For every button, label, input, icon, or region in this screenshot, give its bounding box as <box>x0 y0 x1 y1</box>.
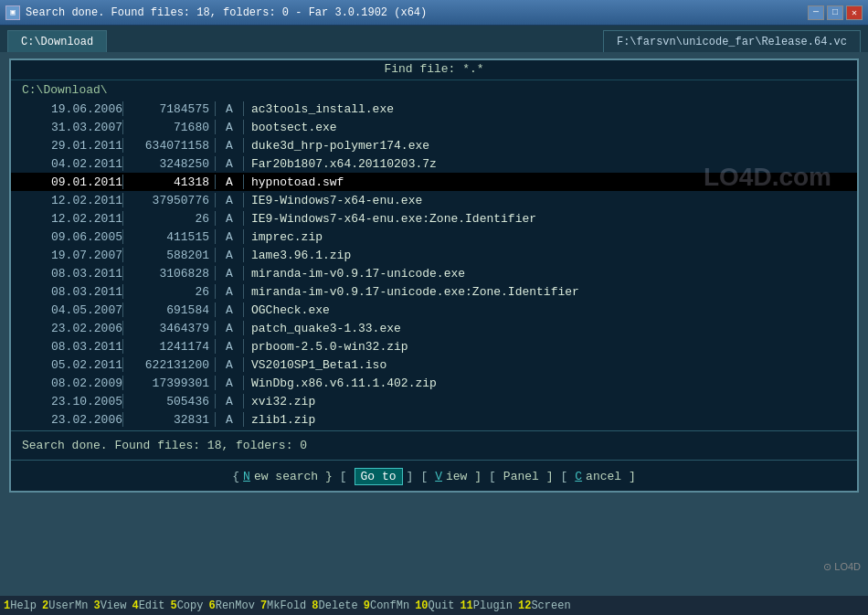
fkey-num: 7 <box>260 599 267 612</box>
file-name: VS2010SP1_Beta1.iso <box>244 358 846 372</box>
file-date: 23.10.2005 <box>22 395 122 408</box>
separator3: [ <box>420 470 428 483</box>
file-row[interactable]: 04.05.2007 691584 A OGCheck.exe <box>11 301 857 319</box>
file-date: 19.06.2006 <box>22 102 122 116</box>
fkey-5[interactable]: 5Copy <box>170 599 203 612</box>
file-size: 588201 <box>123 249 215 262</box>
file-row[interactable]: 23.02.2006 32831 A zlib1.zip <box>11 410 857 429</box>
fkey-name: MkFold <box>267 599 306 612</box>
file-name: IE9-Windows7-x64-enu.exe:Zone.Identifier <box>244 212 846 226</box>
file-row[interactable]: 08.03.2011 3106828 A miranda-im-v0.9.17-… <box>11 264 857 282</box>
fkey-7[interactable]: 7MkFold <box>260 599 306 612</box>
fkey-name: Edit <box>139 599 165 612</box>
close-button[interactable]: ✕ <box>846 5 863 20</box>
file-attr: A <box>216 121 243 134</box>
file-row[interactable]: 08.02.2009 17399301 A WinDbg.x86.v6.11.1… <box>11 374 857 392</box>
file-date: 08.03.2011 <box>22 285 122 299</box>
fkeys: 1Help2UserMn3View4Edit5Copy6RenMov7MkFol… <box>0 595 868 615</box>
file-size: 41318 <box>123 175 215 189</box>
bottom-logo: ⊙ LO4D <box>823 561 861 573</box>
file-attr: A <box>216 102 243 116</box>
file-size: 411515 <box>123 230 215 244</box>
fkey-name: Screen <box>531 599 570 612</box>
file-date: 23.02.2006 <box>22 322 122 335</box>
left-panel-tab[interactable]: C:\Download <box>7 30 107 52</box>
file-size: 1241174 <box>123 340 215 354</box>
file-list-container: 19.06.2006 7184575 A ac3tools_install.ex… <box>11 100 857 429</box>
panels-area: C:\Download F:\farsvn\unicode_far\Releas… <box>0 26 868 53</box>
file-row[interactable]: 05.02.2011 622131200 A VS2010SP1_Beta1.i… <box>11 355 857 374</box>
file-attr: A <box>216 322 243 335</box>
file-size: 26 <box>123 285 215 299</box>
fkey-9[interactable]: 9ConfMn <box>364 599 409 612</box>
file-row[interactable]: 23.10.2005 505436 A xvi32.zip <box>11 392 857 410</box>
fkey-12[interactable]: 12Screen <box>518 599 571 612</box>
file-row[interactable]: 31.03.2007 71680 A bootsect.exe <box>11 118 857 136</box>
fkey-name: Copy <box>177 599 204 612</box>
file-row[interactable]: 19.06.2006 7184575 A ac3tools_install.ex… <box>11 100 857 118</box>
new-search-label: ew search } <box>254 470 333 483</box>
file-size: 26 <box>123 212 215 226</box>
fkey-num: 1 <box>4 599 10 612</box>
fkey-name: Quit <box>429 599 455 612</box>
file-date: 08.02.2009 <box>22 376 122 390</box>
fkey-6[interactable]: 6RenMov <box>208 599 254 612</box>
fkey-name: Help <box>10 599 37 612</box>
file-attr: A <box>216 376 243 390</box>
file-name: prboom-2.5.0-win32.zip <box>244 340 846 354</box>
file-name: Far20b1807.x64.20110203.7z <box>244 157 846 171</box>
file-size: 3248250 <box>123 157 215 171</box>
file-attr: A <box>216 194 243 207</box>
fkey-3[interactable]: 3View <box>93 599 126 612</box>
file-area-divider <box>11 430 857 431</box>
right-panel-tab[interactable]: F:\farsvn\unicode_far\Release.64.vc <box>603 30 861 52</box>
inner-panel: Find file: *.* C:\Download\ 19.06.2006 7… <box>9 58 859 493</box>
fkey-1[interactable]: 1Help <box>4 599 37 612</box>
fkey-num: 6 <box>208 599 215 612</box>
fkey-name: ConfMn <box>370 599 409 612</box>
file-row[interactable]: 08.03.2011 26 A miranda-im-v0.9.17-unico… <box>11 282 857 301</box>
app-icon: ▣ <box>5 5 20 20</box>
goto-button[interactable]: Go to <box>355 468 403 485</box>
fkey-name: View <box>101 599 127 612</box>
file-row[interactable]: 23.02.2006 3464379 A patch_quake3-1.33.e… <box>11 319 857 337</box>
maximize-button[interactable]: □ <box>827 5 843 20</box>
file-date: 12.02.2011 <box>22 194 122 207</box>
fkey-11[interactable]: 11Plugin <box>460 599 513 612</box>
button-divider <box>11 460 857 461</box>
view-hotkey: V <box>435 470 442 483</box>
file-name: WinDbg.x86.v6.11.1.402.zip <box>244 376 846 390</box>
file-row[interactable]: 08.03.2011 1241174 A prboom-2.5.0-win32.… <box>11 337 857 355</box>
file-attr: A <box>216 139 243 153</box>
file-name: bootsect.exe <box>244 121 846 134</box>
file-row[interactable]: 12.02.2011 26 A IE9-Windows7-x64-enu.exe… <box>11 209 857 228</box>
file-row[interactable]: 12.02.2011 37950776 A IE9-Windows7-x64-e… <box>11 191 857 209</box>
separator5: [ <box>560 470 567 483</box>
separator1: [ <box>340 470 347 483</box>
file-list: 19.06.2006 7184575 A ac3tools_install.ex… <box>11 100 857 429</box>
file-row[interactable]: 19.07.2007 588201 A lame3.96.1.zip <box>11 246 857 264</box>
status-area: Search done. Found files: 18, folders: 0 <box>11 433 857 458</box>
file-name: hypnotoad.swf <box>244 175 846 189</box>
file-date: 04.05.2007 <box>22 303 122 317</box>
fkey-num: 5 <box>170 599 176 612</box>
find-header: Find file: *.* <box>11 60 857 80</box>
file-row[interactable]: 09.01.2011 41318 A hypnotoad.swf <box>11 173 857 191</box>
file-row[interactable]: 09.06.2005 411515 A imprec.zip <box>11 228 857 246</box>
fkey-10[interactable]: 10Quit <box>415 599 454 612</box>
fkey-4[interactable]: 4Edit <box>132 599 164 612</box>
minimize-button[interactable]: ─ <box>808 5 824 20</box>
file-date: 09.06.2005 <box>22 230 122 244</box>
dir-path: C:\Download\ <box>11 80 857 100</box>
file-name: zlib1.zip <box>244 413 846 427</box>
fkey-name: UserMn <box>48 599 88 612</box>
title-bar: ▣ Search done. Found files: 18, folders:… <box>0 0 868 26</box>
fkey-8[interactable]: 8Delete <box>312 599 357 612</box>
file-row[interactable]: 04.02.2011 3248250 A Far20b1807.x64.2011… <box>11 154 857 173</box>
fkey-name: Plugin <box>473 599 513 612</box>
file-size: 634071158 <box>123 139 215 153</box>
status-text: Search done. Found files: 18, folders: 0 <box>22 439 307 452</box>
file-row[interactable]: 29.01.2011 634071158 A duke3d_hrp-polyme… <box>11 136 857 154</box>
file-name: lame3.96.1.zip <box>244 249 846 262</box>
fkey-2[interactable]: 2UserMn <box>42 599 88 612</box>
